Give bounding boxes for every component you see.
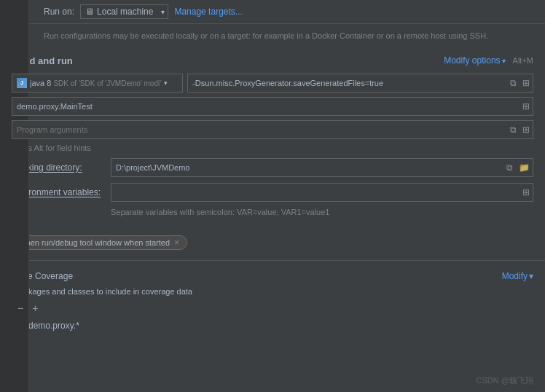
main-class-input[interactable] <box>12 97 533 116</box>
coverage-toolbar: − + <box>12 302 533 315</box>
coverage-modify-chevron-icon: ▾ <box>529 271 533 281</box>
tag-container: Open run/debug tool window when started … <box>0 230 545 256</box>
modify-options-link[interactable]: Modify options ▾ <box>444 55 505 66</box>
coverage-sub-label: Packages and classes to include in cover… <box>12 287 533 296</box>
modify-options-label: Modify options <box>444 55 500 66</box>
working-directory-row: Working directory: ⧉ 📁 <box>12 158 533 177</box>
program-args-expand-btn[interactable]: ⊞ <box>520 124 532 136</box>
program-args-copy-btn[interactable]: ⧉ <box>508 124 519 136</box>
watermark-text: CSDN @魏飞翔 <box>477 376 533 385</box>
env-variables-row: Environment variables: ⊞ <box>12 183 533 202</box>
working-dir-action-btns: ⧉ 📁 <box>504 162 532 173</box>
coverage-item-text: demo.proxy.* <box>28 321 79 331</box>
run-on-dropdown[interactable]: 🖥 Local machine ▾ <box>80 4 168 19</box>
watermark: CSDN @魏飞翔 <box>477 375 533 386</box>
working-directory-container: ⧉ 📁 <box>111 158 533 177</box>
open-debug-tag: Open run/debug tool window when started … <box>12 235 187 250</box>
working-dir-copy-btn[interactable]: ⧉ <box>504 162 515 173</box>
manage-targets-link[interactable]: Manage targets... <box>174 7 242 17</box>
env-variables-input[interactable] <box>111 183 533 202</box>
main-class-expand-btn[interactable]: ⊞ <box>520 101 532 112</box>
open-debug-tag-text: Open run/debug tool window when started <box>20 238 170 247</box>
run-on-chevron-icon: ▾ <box>161 8 165 16</box>
env-variables-hint: Separate variables with semicolon: VAR=v… <box>106 208 533 216</box>
program-args-row: ⧉ ⊞ <box>12 120 533 139</box>
program-args-input[interactable] <box>12 120 533 139</box>
modify-options-chevron-icon: ▾ <box>502 57 506 65</box>
shortcut-hint: Alt+M <box>513 56 533 65</box>
vm-options-input[interactable] <box>187 74 533 93</box>
section-divider <box>0 260 545 261</box>
coverage-modify-link[interactable]: Modify ▾ <box>502 271 533 281</box>
left-sidebar <box>0 0 29 392</box>
working-directory-input[interactable] <box>111 158 533 177</box>
code-coverage-header: Code Coverage Modify ▾ <box>12 271 533 281</box>
vm-options-copy-btn[interactable]: ⧉ <box>508 77 519 89</box>
sdk-vm-row: J java 8 SDK of 'SDK of 'JVMDemo' modi' … <box>12 74 533 93</box>
sdk-dropdown[interactable]: J java 8 SDK of 'SDK of 'JVMDemo' modi' … <box>12 74 183 93</box>
main-class-container: ⊞ <box>12 97 533 116</box>
main-class-action-btns: ⊞ <box>520 101 532 112</box>
coverage-item: demo.proxy.* <box>12 319 533 332</box>
program-args-container: ⧉ ⊞ <box>12 120 533 139</box>
run-on-bar: Run on: 🖥 Local machine ▾ Manage targets… <box>0 0 545 24</box>
coverage-add-btn[interactable]: + <box>29 302 41 315</box>
section-header: Build and run Modify options ▾ Alt+M <box>12 55 533 66</box>
build-and-run-section: Build and run Modify options ▾ Alt+M J <box>0 48 545 230</box>
run-on-label: Run on: <box>44 7 74 17</box>
code-coverage-section: Code Coverage Modify ▾ Packages and clas… <box>0 265 545 338</box>
alt-hint: Press Alt for field hints <box>12 144 533 152</box>
main-class-row: ⊞ <box>12 97 533 116</box>
working-dir-folder-btn[interactable]: 📁 <box>517 162 532 173</box>
vm-options-action-btns: ⧉ ⊞ <box>508 77 532 89</box>
coverage-modify-label: Modify <box>502 271 528 281</box>
java-icon: J <box>17 78 27 88</box>
run-on-value: Local machine <box>97 7 153 17</box>
vm-options-container: ⧉ ⊞ <box>187 74 533 93</box>
env-variables-container: ⊞ <box>111 183 533 202</box>
info-text: Run configurations may be executed local… <box>0 24 545 48</box>
coverage-remove-btn[interactable]: − <box>15 302 26 315</box>
sdk-chevron-icon: ▾ <box>164 79 168 87</box>
program-args-action-btns: ⧉ ⊞ <box>508 124 532 136</box>
computer-icon: 🖥 <box>85 7 94 17</box>
vm-options-expand-btn[interactable]: ⊞ <box>520 77 532 89</box>
open-debug-tag-close-btn[interactable]: × <box>174 238 179 247</box>
env-variables-expand-btn[interactable]: ⊞ <box>520 187 532 198</box>
sdk-label: java 8 SDK of 'SDK of 'JVMDemo' modi' <box>30 79 161 87</box>
